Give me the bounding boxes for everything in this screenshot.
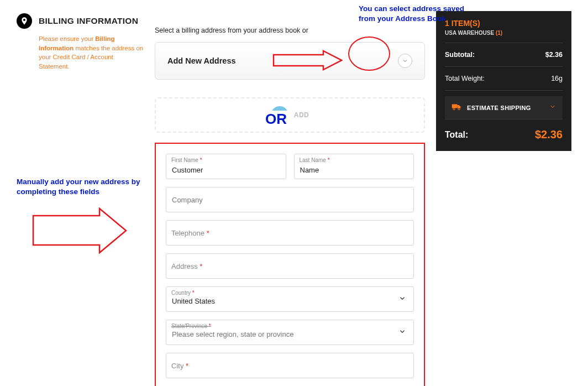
telephone-input[interactable] xyxy=(166,220,414,246)
summary-warehouse: USA WAREHOUSE (1) xyxy=(445,30,563,43)
svg-rect-0 xyxy=(452,105,458,108)
svg-point-1 xyxy=(453,108,455,109)
truck-icon xyxy=(452,103,461,112)
chevron-down-icon xyxy=(549,103,556,112)
annotation-circle xyxy=(348,36,390,71)
estimate-label: ESTIMATE SHIPPING xyxy=(467,105,544,111)
svg-point-2 xyxy=(458,108,460,109)
annotation-or: OR xyxy=(261,111,291,128)
annotation-left: Manually add your new address by complet… xyxy=(17,177,141,196)
billing-title: BILLING INFORMATION xyxy=(39,16,138,26)
instruction-text: Select a billing address from your addre… xyxy=(155,27,425,34)
address-input[interactable] xyxy=(166,253,414,279)
order-summary: 1 ITEM(S) USA WAREHOUSE (1) Subtotal: $2… xyxy=(436,11,571,151)
address-form: First Name * Last Name * Telephone * Add… xyxy=(155,143,425,386)
company-input[interactable] xyxy=(166,187,414,212)
weight-value: 16g xyxy=(551,75,563,82)
country-select[interactable]: United States xyxy=(166,286,414,312)
city-input[interactable] xyxy=(166,353,414,378)
weight-label: Total Weight: xyxy=(445,75,485,82)
last-name-input[interactable] xyxy=(294,154,414,179)
total-label: Total: xyxy=(445,130,468,140)
subtotal-value: $2.36 xyxy=(545,51,563,59)
address-dropdown-label: Add New Address xyxy=(167,56,236,65)
annotation-arrow-left-icon xyxy=(28,207,127,257)
first-name-input[interactable] xyxy=(166,154,286,179)
billing-note: Please ensure your Billing Information m… xyxy=(39,34,144,71)
annotation-top: You can select address saved from your A… xyxy=(359,4,480,23)
location-pin-icon xyxy=(17,13,32,29)
state-select[interactable]: Please select region, state or province xyxy=(166,320,414,345)
annotation-arrow-top-icon xyxy=(271,49,343,71)
total-value: $2.36 xyxy=(535,128,563,141)
estimate-shipping-toggle[interactable]: ESTIMATE SHIPPING xyxy=(445,96,563,119)
subtotal-label: Subtotal: xyxy=(445,51,475,59)
chevron-down-icon xyxy=(398,54,412,68)
add-strip-label: ADD xyxy=(294,111,309,119)
